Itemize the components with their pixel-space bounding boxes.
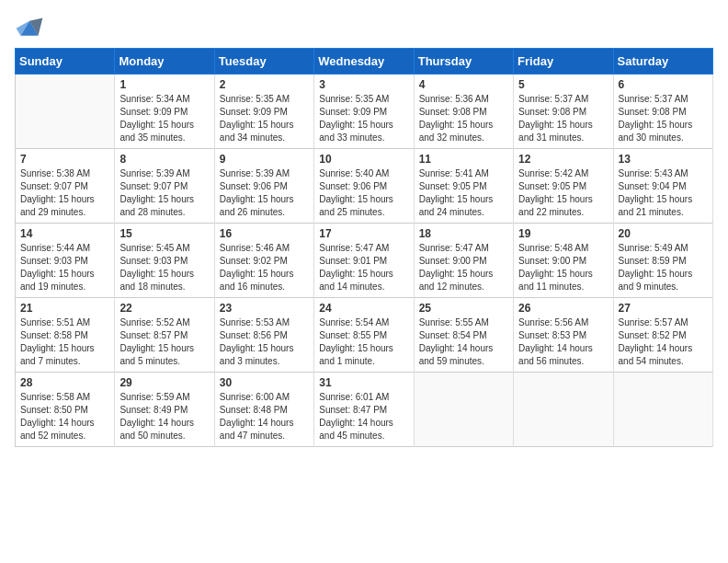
- day-detail: Sunrise: 5:47 AM Sunset: 9:00 PM Dayligh…: [419, 242, 508, 293]
- day-detail: Sunrise: 5:55 AM Sunset: 8:54 PM Dayligh…: [419, 316, 508, 368]
- day-number: 21: [20, 302, 109, 315]
- day-number: 27: [619, 302, 708, 315]
- calendar-cell: 20Sunrise: 5:49 AM Sunset: 8:59 PM Dayli…: [613, 224, 712, 298]
- day-detail: Sunrise: 5:35 AM Sunset: 9:09 PM Dayligh…: [319, 93, 408, 144]
- day-detail: Sunrise: 5:39 AM Sunset: 9:07 PM Dayligh…: [119, 167, 209, 219]
- calendar-cell: 21Sunrise: 5:51 AM Sunset: 8:58 PM Dayli…: [16, 298, 115, 373]
- calendar-cell: 22Sunrise: 5:52 AM Sunset: 8:57 PM Dayli…: [115, 298, 214, 373]
- day-detail: Sunrise: 5:57 AM Sunset: 8:52 PM Dayligh…: [619, 316, 708, 368]
- day-number: 16: [220, 227, 309, 240]
- day-detail: Sunrise: 5:39 AM Sunset: 9:06 PM Dayligh…: [220, 167, 309, 219]
- calendar-cell: 2Sunrise: 5:35 AM Sunset: 9:09 PM Daylig…: [214, 75, 313, 149]
- day-detail: Sunrise: 5:56 AM Sunset: 8:53 PM Dayligh…: [518, 316, 608, 368]
- day-number: 4: [419, 78, 508, 91]
- day-number: 17: [319, 227, 408, 240]
- calendar-cell: 26Sunrise: 5:56 AM Sunset: 8:53 PM Dayli…: [514, 298, 613, 373]
- calendar-cell: 18Sunrise: 5:47 AM Sunset: 9:00 PM Dayli…: [414, 224, 513, 298]
- day-header-wednesday: Wednesday: [314, 49, 414, 75]
- calendar-cell: 24Sunrise: 5:54 AM Sunset: 8:55 PM Dayli…: [314, 298, 414, 373]
- day-number: 6: [619, 78, 708, 91]
- calendar-cell: 15Sunrise: 5:45 AM Sunset: 9:03 PM Dayli…: [115, 224, 214, 298]
- day-detail: Sunrise: 5:53 AM Sunset: 8:56 PM Dayligh…: [220, 316, 309, 368]
- calendar-cell: 14Sunrise: 5:44 AM Sunset: 9:03 PM Dayli…: [16, 224, 115, 298]
- day-number: 24: [319, 302, 408, 315]
- day-detail: Sunrise: 5:58 AM Sunset: 8:50 PM Dayligh…: [20, 391, 109, 442]
- day-header-monday: Monday: [115, 49, 214, 75]
- calendar-cell: 6Sunrise: 5:37 AM Sunset: 9:08 PM Daylig…: [613, 75, 712, 149]
- week-row-5: 28Sunrise: 5:58 AM Sunset: 8:50 PM Dayli…: [16, 373, 713, 447]
- day-detail: Sunrise: 5:42 AM Sunset: 9:05 PM Dayligh…: [518, 167, 608, 219]
- calendar-table: SundayMondayTuesdayWednesdayThursdayFrid…: [15, 48, 713, 447]
- day-detail: Sunrise: 5:49 AM Sunset: 8:59 PM Dayligh…: [619, 242, 708, 293]
- day-number: 10: [319, 153, 408, 166]
- day-number: 20: [619, 227, 708, 240]
- day-number: 22: [119, 302, 209, 315]
- day-number: 18: [419, 227, 508, 240]
- day-number: 30: [220, 376, 309, 389]
- day-number: 19: [518, 227, 608, 240]
- day-detail: Sunrise: 5:52 AM Sunset: 8:57 PM Dayligh…: [119, 316, 209, 368]
- calendar-cell: [16, 75, 115, 149]
- day-header-tuesday: Tuesday: [214, 49, 313, 75]
- day-detail: Sunrise: 6:00 AM Sunset: 8:48 PM Dayligh…: [220, 391, 309, 442]
- day-detail: Sunrise: 5:36 AM Sunset: 9:08 PM Dayligh…: [419, 93, 508, 144]
- day-number: 14: [20, 227, 109, 240]
- day-number: 25: [419, 302, 508, 315]
- day-detail: Sunrise: 5:34 AM Sunset: 9:09 PM Dayligh…: [119, 93, 209, 144]
- day-number: 1: [119, 78, 209, 91]
- calendar-cell: 3Sunrise: 5:35 AM Sunset: 9:09 PM Daylig…: [314, 75, 414, 149]
- day-header-friday: Friday: [514, 49, 613, 75]
- calendar-cell: [414, 373, 513, 447]
- day-detail: Sunrise: 6:01 AM Sunset: 8:47 PM Dayligh…: [319, 391, 408, 442]
- day-number: 8: [119, 153, 209, 166]
- day-number: 5: [518, 78, 608, 91]
- calendar-cell: 12Sunrise: 5:42 AM Sunset: 9:05 PM Dayli…: [514, 149, 613, 224]
- day-number: 29: [119, 376, 209, 389]
- calendar-cell: [613, 373, 712, 447]
- day-number: 2: [220, 78, 309, 91]
- calendar-cell: 11Sunrise: 5:41 AM Sunset: 9:05 PM Dayli…: [414, 149, 513, 224]
- day-number: 9: [220, 153, 309, 166]
- day-detail: Sunrise: 5:47 AM Sunset: 9:01 PM Dayligh…: [319, 242, 408, 293]
- day-detail: Sunrise: 5:41 AM Sunset: 9:05 PM Dayligh…: [419, 167, 508, 219]
- calendar-cell: 7Sunrise: 5:38 AM Sunset: 9:07 PM Daylig…: [16, 149, 115, 224]
- calendar-header: SundayMondayTuesdayWednesdayThursdayFrid…: [16, 49, 713, 75]
- day-number: 26: [518, 302, 608, 315]
- day-number: 28: [20, 376, 109, 389]
- day-number: 12: [518, 153, 608, 166]
- day-header-saturday: Saturday: [613, 49, 712, 75]
- day-detail: Sunrise: 5:37 AM Sunset: 9:08 PM Dayligh…: [619, 93, 708, 144]
- logo-icon: [15, 15, 44, 40]
- calendar-cell: 1Sunrise: 5:34 AM Sunset: 9:09 PM Daylig…: [115, 75, 214, 149]
- calendar-cell: 8Sunrise: 5:39 AM Sunset: 9:07 PM Daylig…: [115, 149, 214, 224]
- calendar-cell: 10Sunrise: 5:40 AM Sunset: 9:06 PM Dayli…: [314, 149, 414, 224]
- day-number: 15: [119, 227, 209, 240]
- day-header-sunday: Sunday: [16, 49, 115, 75]
- calendar-cell: 30Sunrise: 6:00 AM Sunset: 8:48 PM Dayli…: [214, 373, 313, 447]
- day-detail: Sunrise: 5:37 AM Sunset: 9:08 PM Dayligh…: [518, 93, 608, 144]
- week-row-1: 1Sunrise: 5:34 AM Sunset: 9:09 PM Daylig…: [16, 75, 713, 149]
- day-detail: Sunrise: 5:46 AM Sunset: 9:02 PM Dayligh…: [220, 242, 309, 293]
- day-detail: Sunrise: 5:40 AM Sunset: 9:06 PM Dayligh…: [319, 167, 408, 219]
- day-number: 7: [20, 153, 109, 166]
- calendar-cell: 16Sunrise: 5:46 AM Sunset: 9:02 PM Dayli…: [214, 224, 313, 298]
- week-row-4: 21Sunrise: 5:51 AM Sunset: 8:58 PM Dayli…: [16, 298, 713, 373]
- calendar-cell: 27Sunrise: 5:57 AM Sunset: 8:52 PM Dayli…: [613, 298, 712, 373]
- day-detail: Sunrise: 5:48 AM Sunset: 9:00 PM Dayligh…: [518, 242, 608, 293]
- day-number: 23: [220, 302, 309, 315]
- week-row-3: 14Sunrise: 5:44 AM Sunset: 9:03 PM Dayli…: [16, 224, 713, 298]
- calendar-cell: 19Sunrise: 5:48 AM Sunset: 9:00 PM Dayli…: [514, 224, 613, 298]
- page-header: [15, 15, 713, 40]
- day-detail: Sunrise: 5:38 AM Sunset: 9:07 PM Dayligh…: [20, 167, 109, 219]
- day-header-row: SundayMondayTuesdayWednesdayThursdayFrid…: [16, 49, 713, 75]
- day-number: 3: [319, 78, 408, 91]
- calendar-cell: 29Sunrise: 5:59 AM Sunset: 8:49 PM Dayli…: [115, 373, 214, 447]
- calendar-cell: 28Sunrise: 5:58 AM Sunset: 8:50 PM Dayli…: [16, 373, 115, 447]
- calendar-cell: 5Sunrise: 5:37 AM Sunset: 9:08 PM Daylig…: [514, 75, 613, 149]
- calendar-cell: 4Sunrise: 5:36 AM Sunset: 9:08 PM Daylig…: [414, 75, 513, 149]
- calendar-cell: [514, 373, 613, 447]
- calendar-cell: 31Sunrise: 6:01 AM Sunset: 8:47 PM Dayli…: [314, 373, 414, 447]
- calendar-cell: 23Sunrise: 5:53 AM Sunset: 8:56 PM Dayli…: [214, 298, 313, 373]
- day-detail: Sunrise: 5:45 AM Sunset: 9:03 PM Dayligh…: [119, 242, 209, 293]
- week-row-2: 7Sunrise: 5:38 AM Sunset: 9:07 PM Daylig…: [16, 149, 713, 224]
